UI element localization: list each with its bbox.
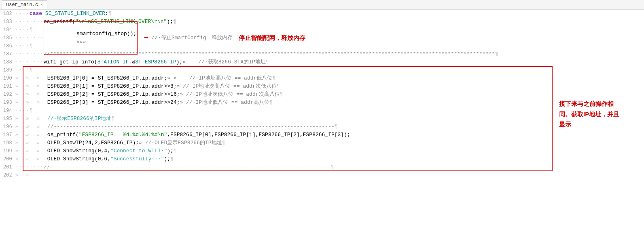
code-line-200: 200 » » » OLED_ShowString(0,6, "Successf… <box>3 155 644 163</box>
code-line-201: 201 ········ //-------------------------… <box>3 163 644 171</box>
code-line-193: 193 » » » ESP8266_IP[3] = ST_ESP8266_IP.… <box>3 99 644 107</box>
code-line-192: 192 » » » ESP8266_IP[2] = ST_ESP8266_IP.… <box>3 90 644 99</box>
arrow-right-icon: ➞ <box>144 34 148 42</box>
code-line-189: 189 ···· ¶ <box>3 66 644 74</box>
code-line-195: 195 » » » //·显示ESP8266的IP地址 ¶ <box>3 115 644 123</box>
tab-bar: user_main.c × <box>0 0 644 10</box>
code-line-191: 191 » » » ESP8266_IP[1] = ST_ESP8266_IP.… <box>3 82 644 90</box>
code-content[interactable]: 182 ···· case SC_STATUS_LINK_OVER : ¶ 18… <box>0 10 644 246</box>
code-line-194: 194 ···· ¶ <box>3 107 644 115</box>
smartconfig-box: smartconfig_stop(); »»» <box>44 21 138 55</box>
code-line-182: 182 ···· case SC_STATUS_LINK_OVER : ¶ <box>3 10 644 18</box>
code-line-188: 188 ········ wifi_get_ip_info( STATION_I… <box>3 58 644 66</box>
tab-close-icon[interactable]: × <box>40 3 43 7</box>
editor-container: user_main.c × 182 ···· case SC_STATUS_LI… <box>0 0 644 246</box>
annotation-line185: 停止智能配网，释放内存 <box>239 34 305 42</box>
right-annotation: 接下来与之前操作相同。获取IP地址，并且显示 <box>559 99 640 130</box>
code-line-199: 199 » » » OLED_ShowString(0,4, "Connect … <box>3 147 644 155</box>
code-line-198: 198 » » » OLED_ShowIP(24,2,ESP8266_IP); … <box>3 139 644 147</box>
editor-tab[interactable]: user_main.c × <box>2 0 47 9</box>
code-line-197: 197 » » » os_printf( "ESP8266_IP = %d.%d… <box>3 131 644 139</box>
code-area: 182 ···· case SC_STATUS_LINK_OVER : ¶ 18… <box>0 10 644 246</box>
code-line-202: 202 » » <box>3 171 644 179</box>
code-line-196: 196 » » » //----------------------------… <box>3 123 644 131</box>
code-line-190: 190 » » » ESP8266_IP[0] = ST_ESP8266_IP.… <box>3 74 644 82</box>
code-line-185: 185 ········ smartconfig_stop(); »»» ➞ /… <box>3 34 644 42</box>
tab-label: user_main.c <box>6 2 38 8</box>
